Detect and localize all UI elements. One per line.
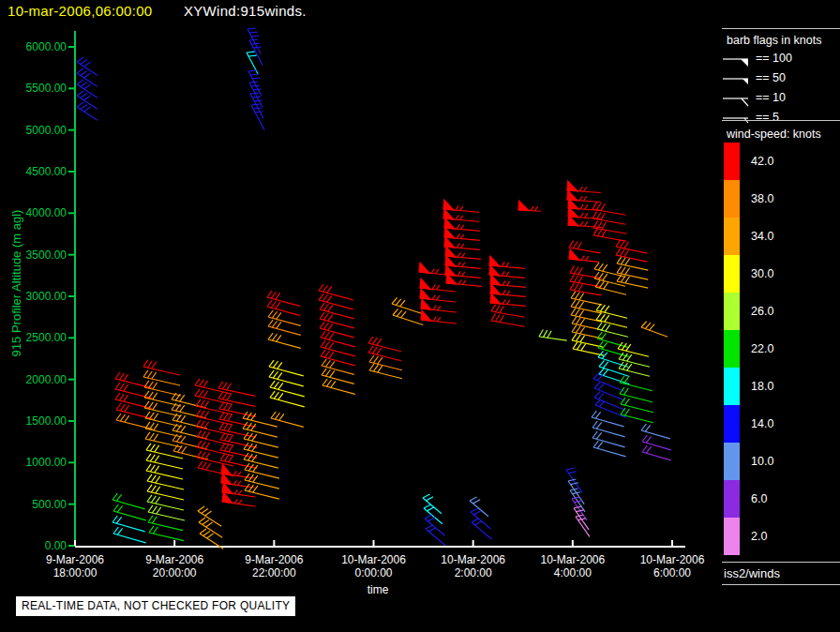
wind-barb (472, 517, 497, 539)
y-tick-label: 1500.00 (10, 414, 67, 428)
wind-barb (592, 410, 626, 427)
wind-barb (319, 283, 355, 300)
color-scale-label: 18.0 (751, 380, 773, 393)
wind-barb (148, 504, 187, 520)
separator (722, 584, 840, 585)
wind-barb (322, 378, 357, 394)
status-banner: REAL-TIME DATA, NOT CHECKED FOR QUALITY (16, 596, 295, 616)
x-tick-label: 9-Mar-200622:00:00 (222, 553, 325, 579)
wind-barb (112, 492, 147, 509)
color-swatch (724, 518, 740, 555)
wind-barb (244, 431, 280, 447)
x-tick-label: 10-Mar-20062:00:00 (422, 553, 525, 579)
y-axis-title: 915 Profiler Altitude (m agl) (9, 210, 23, 357)
barb-legend-label: == 5 (756, 111, 779, 124)
wind-barb (113, 504, 148, 520)
wind-barb (268, 309, 303, 325)
wind-barb (244, 452, 280, 468)
data-source-label: iss2/winds (724, 566, 780, 580)
wind-barb (143, 359, 182, 375)
color-scale-label: 14.0 (751, 417, 773, 430)
wind-barb (113, 526, 148, 543)
wind-barb (112, 515, 147, 532)
pennant-small-icon (722, 74, 754, 89)
color-scale-label: 6.0 (751, 492, 767, 505)
color-swatch (724, 368, 740, 405)
wind-barb (443, 200, 480, 212)
y-tick-label: 2000.00 (10, 373, 67, 386)
wind-barb (77, 55, 101, 75)
wind-barb (147, 474, 186, 489)
barb-legend-label: == 50 (756, 71, 786, 84)
wind-barb (147, 484, 186, 500)
wind-barb (269, 369, 306, 386)
separator (722, 562, 840, 563)
separator (722, 28, 840, 29)
wind-barb (269, 359, 306, 376)
wind-barb (116, 413, 155, 429)
wind-barb (426, 523, 451, 546)
y-tick-label: 5000.00 (10, 124, 67, 137)
y-tick-label: 500.00 (10, 498, 67, 511)
wind-barb (243, 421, 279, 437)
color-swatch (724, 443, 740, 480)
wind-barb (569, 240, 602, 253)
wind-barb (518, 201, 541, 211)
wind-barb (596, 303, 629, 318)
wind-barb (368, 336, 403, 351)
wind-barb (425, 513, 450, 535)
color-swatch (724, 480, 740, 518)
x-axis-title: time (328, 583, 428, 596)
y-tick-label: 4500.00 (10, 165, 67, 178)
wind-barb (146, 453, 185, 469)
wind-barb (617, 265, 650, 279)
barb-legend-label: == 100 (756, 52, 792, 65)
wind-barb (200, 527, 228, 549)
wind-barb (149, 525, 186, 540)
wind-barb (592, 202, 627, 215)
wind-barb (491, 313, 526, 326)
wind-barb (569, 249, 600, 262)
wind-barb (148, 515, 185, 530)
wind-barb (539, 329, 568, 340)
color-scale-label: 2.0 (751, 530, 767, 543)
xywind-plot-window: 10-mar-2006,06:00:00 XYWind:915winds. 60… (0, 0, 840, 632)
wind-barb (621, 397, 655, 412)
wind-barb (619, 352, 652, 367)
color-scale-label: 30.0 (751, 267, 773, 280)
color-swatch (724, 330, 740, 368)
wind-barb (567, 181, 602, 192)
wind-barb (393, 308, 426, 324)
wind-barb (195, 388, 233, 404)
wind-barb (271, 411, 306, 427)
color-swatch (724, 180, 740, 218)
wind-barb (218, 391, 257, 406)
wind-barb (616, 239, 649, 253)
wind-barb (421, 310, 458, 324)
pennant-large-icon (722, 54, 754, 69)
color-swatch (724, 218, 740, 255)
wind-barb (143, 369, 182, 385)
color-scale-label: 38.0 (751, 192, 773, 205)
wind-barb (267, 290, 302, 306)
wind-barb (115, 392, 154, 408)
wind-barb (115, 371, 154, 387)
x-tick-label: 10-Mar-20060:00:00 (322, 553, 426, 579)
wind-barb (219, 401, 258, 416)
y-tick-label: 5500.00 (10, 82, 67, 95)
color-scale-label: 10.0 (751, 455, 773, 468)
wind-barb (218, 381, 257, 396)
wind-barb (115, 382, 154, 398)
wind-barb (642, 434, 673, 450)
wind-barb-plot-canvas (0, 0, 840, 632)
wind-barb (621, 407, 655, 422)
x-tick-label: 10-Mar-20066:00:00 (621, 553, 724, 579)
wind-barb (245, 473, 281, 489)
x-tick-label: 9-Mar-200618:00:00 (23, 553, 127, 579)
wind-barb (470, 495, 493, 517)
wind-barb (620, 386, 654, 401)
wind-barb (593, 220, 628, 233)
barb-legend-label: == 10 (756, 91, 786, 104)
color-swatch (724, 143, 740, 180)
x-tick-label: 9-Mar-200620:00:00 (123, 553, 226, 579)
